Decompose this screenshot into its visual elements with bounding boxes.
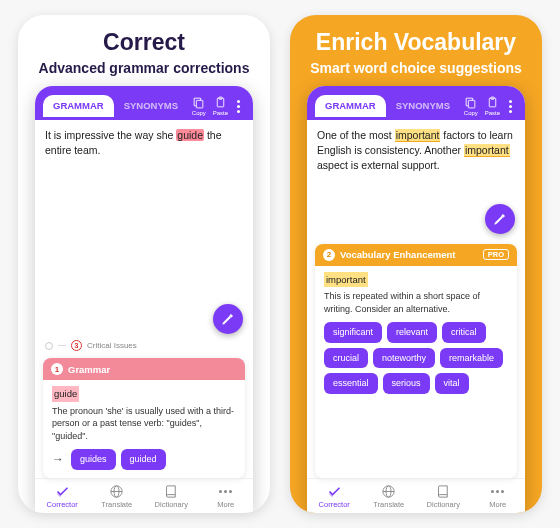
edit-fab[interactable] <box>213 304 243 334</box>
copy-icon <box>192 96 205 109</box>
arrow-icon: → <box>52 451 64 468</box>
nav-more[interactable]: More <box>199 484 254 509</box>
dots-icon <box>490 484 505 499</box>
tab-synonyms[interactable]: SYNONYMS <box>114 95 188 117</box>
pro-badge: PRO <box>483 249 509 260</box>
svg-rect-5 <box>469 100 476 108</box>
chip-suggestion[interactable]: vital <box>435 373 469 394</box>
issues-count: 3 <box>71 340 82 351</box>
paste-button[interactable]: Paste <box>210 96 232 116</box>
card-index: 2 <box>323 249 335 261</box>
issue-card[interactable]: 1 Grammar guide The pronoun 'she' is usu… <box>43 358 245 478</box>
nav-dictionary[interactable]: Dictionary <box>416 484 471 509</box>
card-title: Vocabulary Enhancement <box>340 249 455 260</box>
chip-suggestion[interactable]: significant <box>324 322 382 343</box>
nav-corrector[interactable]: Corrector <box>35 484 90 509</box>
pencil-icon <box>221 312 235 326</box>
panel-correct: Correct Advanced grammar corrections GRA… <box>18 15 270 513</box>
tab-synonyms[interactable]: SYNONYMS <box>386 95 460 117</box>
issues-label: Critical Issues <box>87 341 137 350</box>
panel-title: Enrich Vocabulary <box>310 29 522 56</box>
suggestion-chips: → guides guided <box>52 449 236 470</box>
bottom-nav: Corrector Translate Dictionary More <box>35 478 253 513</box>
chip-suggestion[interactable]: relevant <box>387 322 437 343</box>
edit-fab[interactable] <box>485 204 515 234</box>
chip-suggestion[interactable]: critical <box>442 322 486 343</box>
check-icon <box>55 484 70 499</box>
check-icon <box>327 484 342 499</box>
globe-icon <box>381 484 396 499</box>
paste-icon <box>214 96 227 109</box>
chip-suggestion[interactable]: crucial <box>324 348 368 369</box>
phone-frame: GRAMMAR SYNONYMS Copy Paste One of the m… <box>307 86 525 514</box>
copy-button[interactable]: Copy <box>460 96 482 116</box>
menu-button[interactable] <box>503 100 517 113</box>
pencil-icon <box>493 212 507 226</box>
nav-corrector[interactable]: Corrector <box>307 484 362 509</box>
card-explanation: The pronoun 'she' is usually used with a… <box>52 406 234 441</box>
menu-button[interactable] <box>231 100 245 113</box>
card-keyword: guide <box>52 386 79 401</box>
card-body: guide The pronoun 'she' is usually used … <box>43 380 245 478</box>
chip-suggestion[interactable]: serious <box>383 373 430 394</box>
panel-subtitle: Smart word choice suggestions <box>310 60 522 78</box>
card-header: 2 Vocabulary Enhancement PRO <box>315 244 517 266</box>
card-explanation: This is repeated within a short space of… <box>324 291 480 314</box>
copy-button[interactable]: Copy <box>188 96 210 116</box>
card-index: 1 <box>51 363 63 375</box>
nav-translate[interactable]: Translate <box>362 484 417 509</box>
panel-subtitle: Advanced grammar corrections <box>39 60 250 78</box>
chip-suggestion[interactable]: guides <box>71 449 116 470</box>
chip-suggestion[interactable]: noteworthy <box>373 348 435 369</box>
paste-icon <box>486 96 499 109</box>
nav-more[interactable]: More <box>471 484 526 509</box>
globe-icon <box>109 484 124 499</box>
panel-header: Enrich Vocabulary Smart word choice sugg… <box>298 15 534 86</box>
error-highlight[interactable]: guide <box>176 129 204 141</box>
panel-header: Correct Advanced grammar corrections <box>27 15 262 86</box>
dots-icon <box>218 484 233 499</box>
timeline-dot-icon <box>45 342 53 350</box>
card-keyword: important <box>324 272 368 287</box>
book-icon <box>164 484 179 499</box>
card-header: 1 Grammar <box>43 358 245 380</box>
word-highlight[interactable]: important <box>395 129 441 142</box>
nav-translate[interactable]: Translate <box>90 484 145 509</box>
panel-enrich: Enrich Vocabulary Smart word choice sugg… <box>290 15 542 513</box>
phone-frame: GRAMMAR SYNONYMS Copy Paste It is impres… <box>35 86 253 514</box>
card-body: important This is repeated within a shor… <box>315 266 517 402</box>
bottom-nav: Corrector Translate Dictionary More <box>307 478 525 513</box>
editor-area[interactable]: It is impressive the way she guide the e… <box>35 120 253 166</box>
copy-icon <box>464 96 477 109</box>
topbar: GRAMMAR SYNONYMS Copy Paste <box>307 86 525 120</box>
tab-grammar[interactable]: GRAMMAR <box>43 95 114 117</box>
tab-grammar[interactable]: GRAMMAR <box>315 95 386 117</box>
paste-button[interactable]: Paste <box>482 96 504 116</box>
suggestion-chips: significant relevant critical crucial no… <box>324 322 508 394</box>
chip-suggestion[interactable]: guided <box>121 449 166 470</box>
card-title: Grammar <box>68 364 110 375</box>
editor-area[interactable]: One of the most important factors to lea… <box>307 120 525 182</box>
issue-card[interactable]: 2 Vocabulary Enhancement PRO important T… <box>315 244 517 478</box>
issues-timeline: 3 Critical Issues <box>35 340 253 354</box>
word-highlight[interactable]: important <box>464 144 510 157</box>
chip-suggestion[interactable]: essential <box>324 373 378 394</box>
chip-suggestion[interactable]: remarkable <box>440 348 503 369</box>
book-icon <box>436 484 451 499</box>
svg-rect-0 <box>197 100 204 108</box>
topbar: GRAMMAR SYNONYMS Copy Paste <box>35 86 253 120</box>
nav-dictionary[interactable]: Dictionary <box>144 484 199 509</box>
panel-title: Correct <box>39 29 250 56</box>
